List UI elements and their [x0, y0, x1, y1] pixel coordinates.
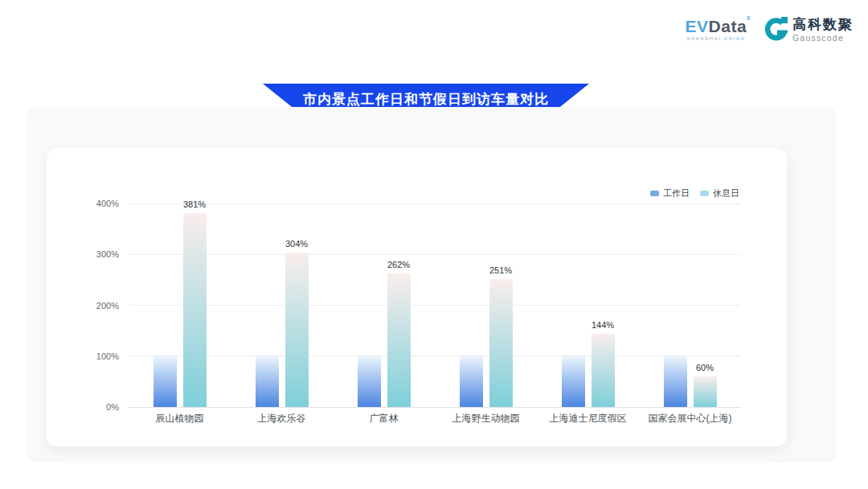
bar-休息日-上海迪士尼度假区[interactable] — [592, 334, 615, 407]
bar-value-label: 381% — [169, 199, 220, 209]
bar-工作日-上海欢乐谷[interactable] — [256, 356, 279, 407]
bar-工作日-上海野生动物园[interactable] — [460, 356, 483, 407]
chart-legend: 工作日休息日 — [650, 187, 739, 199]
bar-休息日-广富林[interactable] — [387, 273, 411, 407]
evdata-wordmark: EVDataˣ — [686, 18, 751, 35]
gausscode-cn-label: 高科数聚 — [792, 17, 854, 33]
legend-label: 工作日 — [663, 187, 690, 199]
evdata-data: Data — [709, 17, 747, 35]
y-axis-tick: 400% — [79, 199, 119, 208]
page: EVDataˣ SHANGHAI CHINA 高科数聚 Gausscode 市内… — [0, 0, 868, 489]
bar-休息日-上海野生动物园[interactable] — [489, 279, 513, 407]
bar-工作日-辰山植物园[interactable] — [154, 356, 177, 407]
bar-value-label: 144% — [577, 320, 628, 330]
bar-休息日-上海欢乐谷[interactable] — [285, 253, 309, 407]
y-axis-tick: 200% — [79, 301, 119, 310]
gridline-300% — [129, 254, 741, 255]
evdata-x-icon: ˣ — [747, 14, 751, 25]
evdata-subtext: SHANGHAI CHINA — [687, 37, 746, 42]
gridline-100% — [129, 355, 741, 356]
bar-value-label: 304% — [271, 239, 322, 249]
legend-item-工作日[interactable]: 工作日 — [650, 187, 690, 199]
gausscode-logo: 高科数聚 Gausscode — [762, 16, 854, 43]
bar-value-label: 262% — [373, 260, 424, 269]
x-axis-category-label: 国家会展中心(上海) — [630, 412, 751, 425]
bar-休息日-国家会展中心(上海)[interactable] — [694, 376, 717, 407]
bar-工作日-广富林[interactable] — [358, 356, 381, 407]
y-axis-tick: 100% — [79, 351, 119, 361]
gausscode-g-icon — [762, 16, 788, 43]
bar-value-label: 60% — [679, 363, 731, 372]
bar-value-label: 251% — [475, 265, 526, 275]
legend-swatch-icon — [650, 191, 659, 196]
gausscode-text: 高科数聚 Gausscode — [792, 17, 854, 43]
evdata-subtext-shanghai: SHANGHAI — [687, 36, 724, 41]
bar-休息日-辰山植物园[interactable] — [183, 213, 207, 407]
gausscode-en-label: Gausscode — [792, 33, 854, 43]
gridline-0% — [129, 407, 741, 408]
legend-swatch-icon — [700, 191, 709, 196]
legend-label: 休息日 — [713, 187, 739, 199]
header-logo-row: EVDataˣ SHANGHAI CHINA 高科数聚 Gausscode — [686, 16, 854, 43]
legend-item-休息日[interactable]: 休息日 — [700, 187, 739, 199]
gridline-200% — [129, 305, 741, 306]
gridline-400% — [129, 203, 741, 204]
evdata-ev: EV — [686, 17, 709, 35]
y-axis-tick: 0% — [79, 402, 119, 412]
evdata-subtext-china: CHINA — [724, 36, 745, 41]
evdata-logo: EVDataˣ SHANGHAI CHINA — [686, 18, 751, 42]
y-axis-tick: 300% — [79, 249, 119, 259]
bar-工作日-上海迪士尼度假区[interactable] — [562, 356, 585, 407]
